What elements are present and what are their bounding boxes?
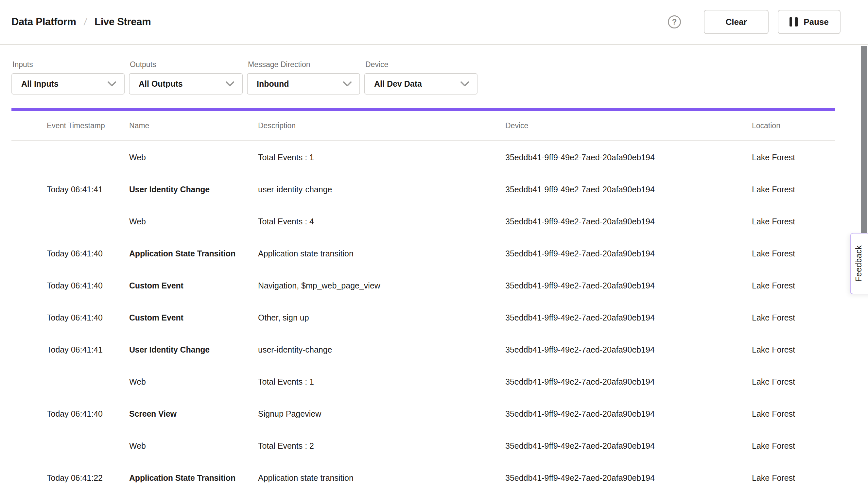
table-row: Today 06:41:41 User Identity Change user… — [11, 173, 835, 205]
table-row: Today 06:41:41 User Identity Change user… — [11, 334, 835, 366]
event-location-cell: Lake Forest — [752, 441, 835, 451]
message-direction-filter-label: Message Direction — [248, 60, 360, 69]
event-name-cell: Custom Event — [129, 313, 258, 323]
event-device-cell: 35eddb41-9ff9-49e2-7aed-20afa90eb194 — [505, 249, 752, 259]
clear-button[interactable]: Clear — [704, 10, 769, 34]
event-device-cell: 35eddb41-9ff9-49e2-7aed-20afa90eb194 — [505, 377, 752, 387]
event-timestamp-cell: Today 06:41:41 — [47, 185, 129, 194]
event-name-cell: Application State Transition — [129, 249, 258, 259]
breadcrumb: Data Platform / Live Stream — [11, 16, 151, 28]
event-location-cell: Lake Forest — [752, 377, 835, 387]
breadcrumb-parent[interactable]: Data Platform — [11, 16, 76, 28]
table-row: Today 06:41:40 Screen View Signup Pagevi… — [11, 398, 835, 430]
pause-icon — [789, 17, 798, 27]
chevron-down-icon — [107, 82, 116, 87]
event-name-cell: Web — [129, 441, 258, 451]
table-row: Web Total Events : 1 35eddb41-9ff9-49e2-… — [11, 141, 835, 173]
event-description-cell: Total Events : 4 — [258, 217, 505, 226]
vertical-scrollbar[interactable] — [861, 46, 867, 246]
column-header-description: Description — [258, 121, 505, 130]
event-location-cell: Lake Forest — [752, 313, 835, 323]
event-location-cell: Lake Forest — [752, 281, 835, 291]
event-description-cell: Total Events : 1 — [258, 377, 505, 387]
table-row: Web Total Events : 2 35eddb41-9ff9-49e2-… — [11, 430, 835, 462]
page-title: Live Stream — [95, 16, 151, 28]
event-name-cell: User Identity Change — [129, 345, 258, 355]
device-filter-label: Device — [365, 60, 477, 69]
message-direction-select-value: Inbound — [257, 79, 289, 89]
chevron-down-icon — [343, 82, 351, 87]
event-device-cell: 35eddb41-9ff9-49e2-7aed-20afa90eb194 — [505, 345, 752, 355]
filter-outputs: Outputs All Outputs — [129, 46, 243, 94]
feedback-tab[interactable]: Feedback — [850, 233, 868, 294]
event-timestamp-cell: Today 06:41:22 — [47, 473, 129, 483]
event-device-cell: 35eddb41-9ff9-49e2-7aed-20afa90eb194 — [505, 441, 752, 451]
help-icon[interactable]: ? — [668, 16, 681, 28]
table-row: Today 06:41:40 Custom Event Navigation, … — [11, 270, 835, 302]
event-device-cell: 35eddb41-9ff9-49e2-7aed-20afa90eb194 — [505, 281, 752, 291]
inputs-select[interactable]: All Inputs — [11, 73, 125, 94]
event-timestamp-cell: Today 06:41:40 — [47, 409, 129, 419]
event-location-cell: Lake Forest — [752, 153, 835, 162]
breadcrumb-separator-icon: / — [83, 17, 87, 28]
table-row: Web Total Events : 1 35eddb41-9ff9-49e2-… — [11, 366, 835, 398]
table-body: Web Total Events : 1 35eddb41-9ff9-49e2-… — [11, 141, 835, 486]
top-bar-actions: ? Clear Pause — [668, 10, 840, 34]
event-name-cell: Custom Event — [129, 281, 258, 291]
event-description-cell: Application state transition — [258, 249, 505, 259]
event-device-cell: 35eddb41-9ff9-49e2-7aed-20afa90eb194 — [505, 217, 752, 226]
event-device-cell: 35eddb41-9ff9-49e2-7aed-20afa90eb194 — [505, 313, 752, 323]
event-location-cell: Lake Forest — [752, 409, 835, 419]
event-device-cell: 35eddb41-9ff9-49e2-7aed-20afa90eb194 — [505, 153, 752, 162]
event-location-cell: Lake Forest — [752, 249, 835, 259]
device-select-value: All Dev Data — [374, 79, 422, 89]
feedback-tab-label: Feedback — [854, 245, 863, 282]
message-direction-select[interactable]: Inbound — [247, 73, 360, 94]
table-row: Today 06:41:40 Application State Transit… — [11, 238, 835, 270]
event-timestamp-cell: Today 06:41:41 — [47, 345, 129, 355]
outputs-select[interactable]: All Outputs — [129, 73, 243, 94]
column-header-device: Device — [505, 121, 752, 130]
inputs-filter-label: Inputs — [12, 60, 125, 69]
column-header-location: Location — [752, 121, 835, 130]
pause-button-label: Pause — [804, 17, 829, 27]
event-name-cell: Web — [129, 153, 258, 162]
event-name-cell: Screen View — [129, 409, 258, 419]
table-row: Web Total Events : 4 35eddb41-9ff9-49e2-… — [11, 205, 835, 238]
filter-device: Device All Dev Data — [364, 46, 477, 94]
live-stream-page: Data Platform / Live Stream ? Clear Paus… — [0, 0, 868, 486]
event-description-cell: user-identity-change — [258, 185, 505, 194]
top-bar: Data Platform / Live Stream ? Clear Paus… — [0, 0, 868, 45]
event-name-cell: User Identity Change — [129, 185, 258, 194]
event-name-cell: Web — [129, 217, 258, 226]
event-description-cell: Total Events : 2 — [258, 441, 505, 451]
event-description-cell: Application state transition — [258, 473, 505, 483]
filter-message-direction: Message Direction Inbound — [247, 46, 360, 94]
table-row: Today 06:41:22 Application State Transit… — [11, 462, 835, 486]
table-row: Today 06:41:40 Custom Event Other, sign … — [11, 302, 835, 334]
filter-inputs: Inputs All Inputs — [11, 46, 125, 94]
event-timestamp-cell: Today 06:41:40 — [47, 313, 129, 323]
column-header-event-timestamp: Event Timestamp — [47, 121, 129, 130]
outputs-filter-label: Outputs — [130, 60, 243, 69]
event-location-cell: Lake Forest — [752, 185, 835, 194]
event-timestamp-cell: Today 06:41:40 — [47, 249, 129, 259]
filter-bar: Inputs All Inputs Outputs All Outputs Me… — [11, 46, 477, 94]
column-header-name: Name — [129, 121, 258, 130]
chevron-down-icon — [461, 82, 469, 87]
chevron-down-icon — [226, 82, 234, 87]
device-select[interactable]: All Dev Data — [364, 73, 477, 94]
event-timestamp-cell: Today 06:41:40 — [47, 281, 129, 291]
event-name-cell: Web — [129, 377, 258, 387]
clear-button-label: Clear — [725, 17, 747, 27]
event-device-cell: 35eddb41-9ff9-49e2-7aed-20afa90eb194 — [505, 409, 752, 419]
event-location-cell: Lake Forest — [752, 217, 835, 226]
event-description-cell: user-identity-change — [258, 345, 505, 355]
table-header: Event Timestamp Name Description Device … — [11, 111, 835, 141]
event-description-cell: Signup Pageview — [258, 409, 505, 419]
event-location-cell: Lake Forest — [752, 473, 835, 483]
pause-button[interactable]: Pause — [778, 10, 840, 34]
event-description-cell: Other, sign up — [258, 313, 505, 323]
accent-divider — [11, 108, 835, 111]
event-device-cell: 35eddb41-9ff9-49e2-7aed-20afa90eb194 — [505, 473, 752, 483]
